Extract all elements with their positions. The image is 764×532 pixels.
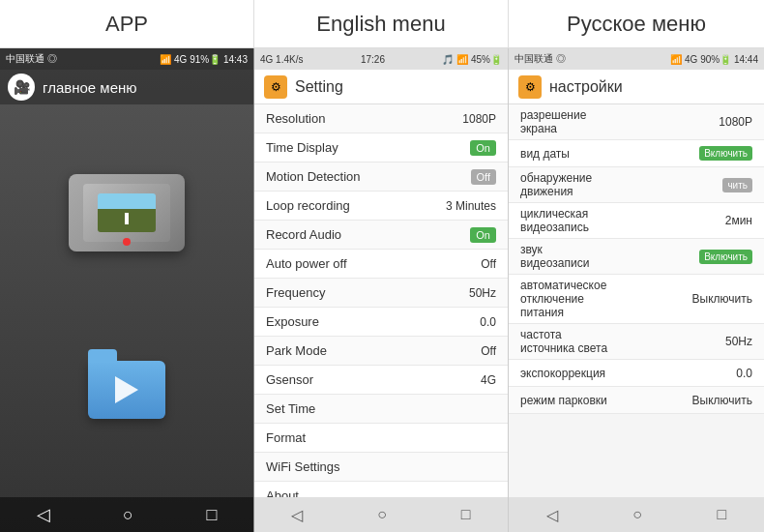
ru-row-audio[interactable]: звуквидеозаписи Включить <box>509 239 764 275</box>
settings-row-exposure[interactable]: Exposure 0.0 <box>254 308 508 337</box>
format-label: Format <box>266 430 306 445</box>
ru-loop-value: 2мин <box>725 214 752 227</box>
camera-icon[interactable] <box>69 174 185 251</box>
russian-settings-panel: 中国联通 ◎ 📶 4G 90%🔋 14:44 ⚙ настройки разре… <box>509 48 764 532</box>
ru-recent-btn[interactable]: □ <box>718 506 727 523</box>
eng-status-right: 🎵 📶 45%🔋 <box>442 54 502 65</box>
russian-topbar: ⚙ настройки <box>509 70 764 104</box>
app-topbar-title: главное меню <box>43 79 137 96</box>
settings-row-wifi[interactable]: WiFi Settings <box>254 453 508 482</box>
settings-row-autopower[interactable]: Auto power off Off <box>254 250 508 279</box>
recent-btn[interactable]: □ <box>206 505 217 525</box>
home-btn[interactable]: ○ <box>123 505 133 525</box>
road-stripe <box>125 213 129 224</box>
english-topbar: ⚙ Setting <box>254 70 508 104</box>
resolution-value: 1080P <box>462 112 496 126</box>
english-bottom-nav: ◁ ○ □ <box>254 497 508 532</box>
ru-exposure-label: экспокоррекция <box>520 367 732 380</box>
ru-audio-label: звуквидеозаписи <box>520 243 699 270</box>
app-status-left: 中国联通 ◎ <box>6 52 57 66</box>
ru-row-loop[interactable]: циклическаявидеозапись 2мин <box>509 203 764 239</box>
settings-row-resolution[interactable]: Resolution 1080P <box>254 104 508 133</box>
english-settings-panel: 4G 1.4K/s 17:26 🎵 📶 45%🔋 ⚙ Setting Resol… <box>254 48 509 532</box>
app-status-bar: 中国联通 ◎ 📶 4G 91%🔋 14:43 <box>0 48 253 70</box>
ru-status-right: 📶 4G 90%🔋 14:44 <box>670 54 758 65</box>
autopower-label: Auto power off <box>266 256 347 271</box>
settings-row-park[interactable]: Park Mode Off <box>254 337 508 366</box>
ru-status-left: 中国联通 ◎ <box>514 52 566 66</box>
app-topbar: 🎥 главное меню <box>0 70 253 104</box>
settings-row-format[interactable]: Format <box>254 424 508 453</box>
app-status-right: 📶 4G 91%🔋 14:43 <box>160 54 248 65</box>
ru-row-freq[interactable]: частотаисточника света 50Hz <box>509 324 764 360</box>
park-value: Off <box>481 344 496 358</box>
russian-header: Русское меню <box>509 0 764 47</box>
ru-row-park[interactable]: режим парковки Выключить <box>509 387 764 414</box>
settings-row-frequency[interactable]: Frequency 50Hz <box>254 279 508 308</box>
settings-row-loop[interactable]: Loop recording 3 Minutes <box>254 192 508 221</box>
ru-home-btn[interactable]: ○ <box>632 506 642 523</box>
app-header: APP <box>0 0 254 47</box>
ru-freq-label: частотаисточника света <box>520 328 721 355</box>
app-header-label: APP <box>105 12 148 37</box>
app-bottom-nav: ◁ ○ □ <box>0 497 253 532</box>
park-label: Park Mode <box>266 343 327 358</box>
ru-settings-icon: ⚙ <box>518 75 542 99</box>
ru-back-btn[interactable]: ◁ <box>546 506 558 524</box>
english-header: English menu <box>254 0 509 47</box>
settings-title: Setting <box>295 78 343 96</box>
motion-toggle[interactable]: Off <box>471 169 496 185</box>
russian-list: разрешениеэкрана 1080P вид даты Включить… <box>509 104 764 497</box>
eng-back-btn[interactable]: ◁ <box>291 506 303 524</box>
russian-status-bar: 中国联通 ◎ 📶 4G 90%🔋 14:44 <box>509 48 764 70</box>
settings-row-audio[interactable]: Record Audio On <box>254 221 508 250</box>
ru-row-motion[interactable]: обнаружениедвижения чить <box>509 167 764 203</box>
audio-label: Record Audio <box>266 227 341 242</box>
exposure-label: Exposure <box>266 314 319 329</box>
gsensor-value: 4G <box>481 373 496 387</box>
ru-loop-label: циклическаявидеозапись <box>520 207 721 234</box>
folder-play-icon <box>115 376 138 403</box>
folder-icon[interactable] <box>78 351 175 429</box>
ru-autopower-label: автоматическоеотключениепитания <box>520 279 689 319</box>
eng-recent-btn[interactable]: □ <box>461 506 471 523</box>
ru-audio-btn[interactable]: Включить <box>699 250 752 264</box>
app-panel: 中国联通 ◎ 📶 4G 91%🔋 14:43 🎥 главное меню <box>0 48 254 532</box>
audio-toggle[interactable]: On <box>470 227 496 243</box>
gsensor-label: Gsensor <box>266 372 313 387</box>
time-display-toggle[interactable]: On <box>470 140 496 156</box>
ru-date-label: вид даты <box>520 147 699 161</box>
settings-row-settime[interactable]: Set Time <box>254 395 508 424</box>
loop-value: 3 Minutes <box>446 199 496 213</box>
ru-resolution-label: разрешениеэкрана <box>520 108 715 135</box>
time-display-label: Time Display <box>266 140 338 155</box>
loop-label: Loop recording <box>266 198 350 213</box>
ru-park-value: Выключить <box>692 394 752 407</box>
ru-date-btn[interactable]: Включить <box>699 146 752 161</box>
ru-row-exposure[interactable]: экспокоррекция 0.0 <box>509 360 764 387</box>
exposure-value: 0.0 <box>480 315 496 329</box>
ru-freq-value: 50Hz <box>725 335 752 348</box>
rec-dot <box>123 238 131 246</box>
english-status-bar: 4G 1.4K/s 17:26 🎵 📶 45%🔋 <box>254 48 508 70</box>
settings-row-gsensor[interactable]: Gsensor 4G <box>254 366 508 395</box>
app-body <box>0 104 253 497</box>
ru-row-date[interactable]: вид даты Включить <box>509 140 764 167</box>
settings-list: Resolution 1080P Time Display On Motion … <box>254 104 508 497</box>
settings-row-motion[interactable]: Motion Detection Off <box>254 163 508 192</box>
ru-resolution-value: 1080P <box>719 115 752 129</box>
back-btn[interactable]: ◁ <box>37 504 50 525</box>
ru-motion-btn[interactable]: чить <box>722 178 752 192</box>
frequency-value: 50Hz <box>469 286 496 300</box>
eng-status-left: 4G 1.4K/s <box>260 54 303 65</box>
ru-row-autopower[interactable]: автоматическоеотключениепитания Выключит… <box>509 275 764 324</box>
ru-row-resolution[interactable]: разрешениеэкрана 1080P <box>509 104 764 140</box>
settings-row-time-display[interactable]: Time Display On <box>254 133 508 163</box>
settings-row-about[interactable]: About <box>254 482 508 497</box>
eng-home-btn[interactable]: ○ <box>377 506 387 523</box>
frequency-label: Frequency <box>266 285 325 300</box>
motion-label: Motion Detection <box>266 169 361 184</box>
settime-label: Set Time <box>266 401 315 416</box>
about-label: About <box>266 488 299 497</box>
english-header-label: English menu <box>316 12 445 37</box>
